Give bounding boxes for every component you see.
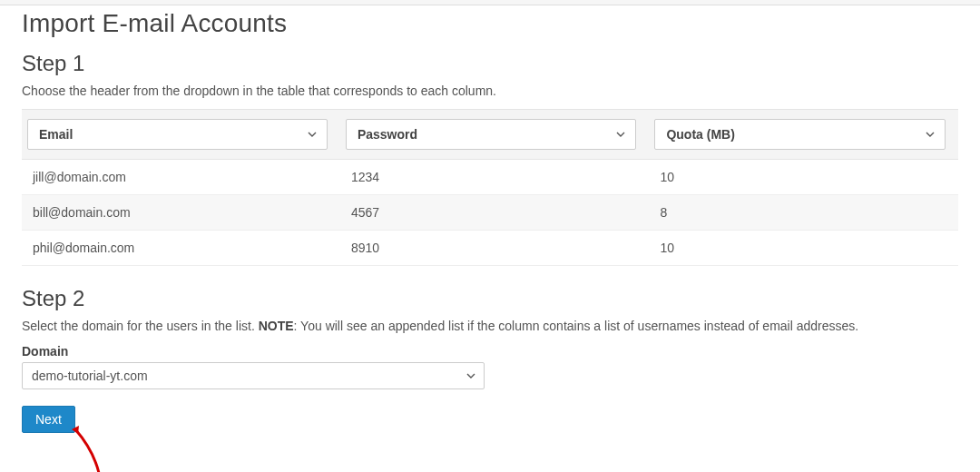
column-select-password-wrap: Password: [346, 119, 644, 150]
cell-quota: 10: [649, 160, 958, 195]
step2-desc-note: NOTE: [259, 319, 294, 333]
step2-description: Select the domain for the users in the l…: [22, 319, 958, 333]
step2-heading: Step 2: [22, 286, 958, 311]
page-container: Import E-mail Accounts Step 1 Choose the…: [0, 5, 980, 455]
table-row: phil@domain.com 8910 10: [22, 231, 958, 266]
cell-email: phil@domain.com: [22, 231, 340, 266]
cell-quota: 10: [649, 231, 958, 266]
cell-quota: 8: [649, 195, 958, 231]
domain-select-wrap: demo-tutorial-yt.com: [22, 362, 485, 389]
table-row: jill@domain.com 1234 10: [22, 160, 958, 195]
column-header-row: Email Password: [22, 109, 958, 160]
page-title: Import E-mail Accounts: [22, 9, 958, 38]
import-table: Email Password: [22, 109, 958, 266]
step2-desc-pre: Select the domain for the users in the l…: [22, 319, 259, 333]
next-button[interactable]: Next: [22, 406, 75, 433]
column-select-email[interactable]: Email: [27, 119, 328, 150]
step1-description: Choose the header from the dropdown in t…: [22, 84, 958, 98]
column-select-quota-wrap: Quota (MB): [654, 119, 953, 150]
table-row: bill@domain.com 4567 8: [22, 195, 958, 231]
domain-select[interactable]: demo-tutorial-yt.com: [22, 362, 485, 389]
cell-password: 8910: [340, 231, 650, 266]
column-select-email-wrap: Email: [27, 119, 335, 150]
step2-desc-post: : You will see an appended list if the c…: [294, 319, 859, 333]
cell-email: bill@domain.com: [22, 195, 340, 231]
domain-label: Domain: [22, 344, 958, 359]
step1-heading: Step 1: [22, 51, 958, 76]
cell-email: jill@domain.com: [22, 160, 340, 195]
column-select-password[interactable]: Password: [346, 119, 637, 150]
cell-password: 1234: [340, 160, 650, 195]
cell-password: 4567: [340, 195, 650, 231]
column-select-quota[interactable]: Quota (MB): [654, 119, 946, 150]
